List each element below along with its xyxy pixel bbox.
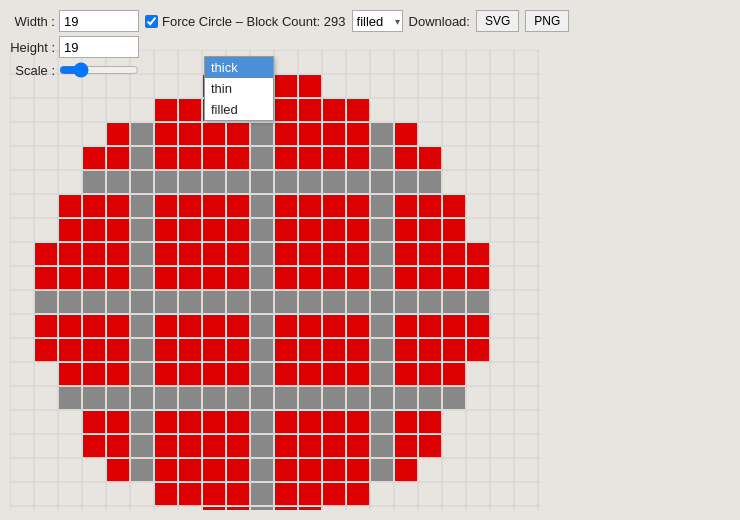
width-input[interactable] [59, 10, 139, 32]
top-right-controls: Force Circle – Block Count: 293 thick th… [145, 10, 569, 32]
dropdown-item-thin[interactable]: thin [205, 78, 273, 99]
height-input[interactable] [59, 36, 139, 58]
force-circle-checkbox[interactable] [145, 15, 158, 28]
controls-panel: Width : Height : Scale : [10, 10, 139, 78]
canvas-area [10, 50, 540, 510]
stroke-dropdown: thick thin filled [204, 56, 274, 121]
stroke-select[interactable]: thick thin filled [352, 10, 403, 32]
force-circle-checkbox-label[interactable]: Force Circle – Block Count: 293 [145, 14, 346, 29]
dropdown-item-filled[interactable]: filled [205, 99, 273, 120]
download-label: Download: [409, 14, 470, 29]
pixel-grid-canvas[interactable] [10, 50, 540, 510]
width-label: Width : [10, 14, 55, 29]
png-download-button[interactable]: PNG [525, 10, 569, 32]
height-label: Height : [10, 40, 55, 55]
scale-row: Scale : [10, 62, 139, 78]
svg-download-button[interactable]: SVG [476, 10, 519, 32]
scale-slider[interactable] [59, 62, 139, 78]
width-row: Width : [10, 10, 139, 32]
scale-label: Scale : [10, 63, 55, 78]
dropdown-item-thick[interactable]: thick [205, 57, 273, 78]
stroke-select-wrapper: thick thin filled ▾ [352, 10, 403, 32]
force-circle-text: Force Circle – Block Count: 293 [162, 14, 346, 29]
height-row: Height : [10, 36, 139, 58]
